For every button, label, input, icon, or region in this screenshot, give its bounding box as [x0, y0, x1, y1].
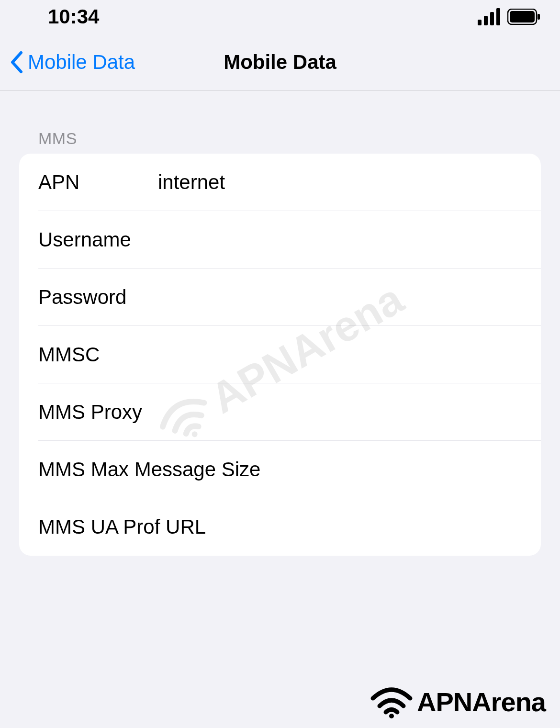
- page-title: Mobile Data: [224, 51, 336, 74]
- wifi-icon: [370, 685, 413, 718]
- content-area: MMS APN Username Password MMSC MMS Proxy: [0, 91, 560, 556]
- settings-row-mms-ua-prof[interactable]: MMS UA Prof URL: [19, 498, 541, 556]
- settings-row-mms-proxy[interactable]: MMS Proxy: [19, 383, 541, 441]
- svg-rect-6: [538, 14, 540, 20]
- settings-group-mms: APN Username Password MMSC MMS Proxy MMS…: [19, 154, 541, 556]
- footer-logo: APNArena: [370, 685, 546, 718]
- username-input[interactable]: [158, 228, 522, 251]
- mmsc-input[interactable]: [158, 343, 522, 366]
- settings-row-username[interactable]: Username: [19, 211, 541, 269]
- svg-rect-2: [490, 12, 494, 25]
- settings-row-mmsc[interactable]: MMSC: [19, 326, 541, 383]
- row-label-mms-ua-prof: MMS UA Prof URL: [38, 515, 269, 538]
- row-label-username: Username: [38, 228, 158, 251]
- row-label-mmsc: MMSC: [38, 343, 158, 366]
- svg-rect-0: [478, 20, 482, 25]
- mms-ua-prof-input[interactable]: [269, 515, 522, 538]
- status-time: 10:34: [48, 5, 99, 28]
- status-bar: 10:34: [0, 0, 560, 34]
- password-input[interactable]: [158, 286, 522, 309]
- status-indicators: [478, 8, 541, 25]
- settings-row-apn[interactable]: APN: [19, 154, 541, 211]
- row-label-mms-max-size: MMS Max Message Size: [38, 458, 269, 481]
- navigation-bar: Mobile Data Mobile Data: [0, 34, 560, 91]
- settings-row-mms-max-size[interactable]: MMS Max Message Size: [19, 441, 541, 498]
- chevron-left-icon: [10, 51, 24, 74]
- battery-icon: [507, 9, 541, 25]
- back-button[interactable]: Mobile Data: [10, 51, 135, 74]
- svg-rect-3: [496, 8, 500, 25]
- back-label: Mobile Data: [28, 51, 135, 74]
- section-header-mms: MMS: [0, 129, 560, 154]
- svg-rect-1: [484, 16, 488, 25]
- row-label-mms-proxy: MMS Proxy: [38, 401, 269, 424]
- cellular-signal-icon: [478, 8, 502, 25]
- footer-text: APNArena: [417, 686, 546, 717]
- mms-proxy-input[interactable]: [269, 401, 522, 424]
- apn-input[interactable]: [158, 171, 522, 194]
- mms-max-size-input[interactable]: [269, 458, 522, 481]
- row-label-password: Password: [38, 286, 158, 309]
- row-label-apn: APN: [38, 171, 158, 194]
- svg-rect-5: [510, 11, 535, 22]
- svg-point-8: [389, 714, 394, 718]
- settings-row-password[interactable]: Password: [19, 269, 541, 326]
